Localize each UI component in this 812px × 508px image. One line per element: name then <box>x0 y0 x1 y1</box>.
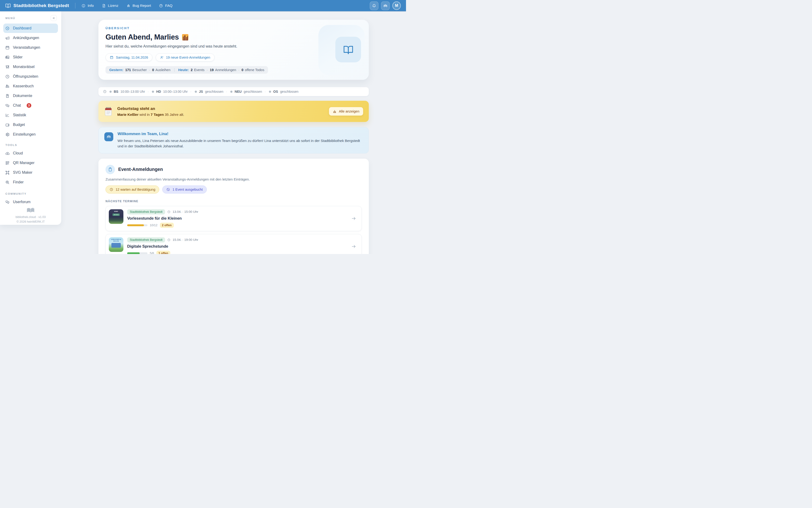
sidebar-item-label: Kassenbuch <box>13 84 34 88</box>
puzzle-icon <box>5 65 10 69</box>
welcome-body: Wir freuen uns, Lina Petersen als neue A… <box>118 138 363 149</box>
new-signups-chip[interactable]: 19 neue Event-Anmeldungen <box>156 53 214 61</box>
notifications-button[interactable] <box>370 1 378 10</box>
event-row-digitale-sprechstunde[interactable]: VORLESEN & MALEN Stadtbibliothek Bergste… <box>106 234 362 254</box>
event-title: Vorlesestunde für die Kleinen <box>127 216 198 221</box>
branch-hours: geschlossen <box>280 90 298 93</box>
sidebar-item-statistik[interactable]: Statistik <box>3 111 58 120</box>
event-thumbnail: KINO 08.09.25 <box>109 209 123 224</box>
dot-separator: · <box>149 68 150 72</box>
yesterday-label: Gestern: <box>109 68 123 72</box>
sidebar-item-svg-maker[interactable]: SVG Maker <box>3 168 58 177</box>
signups-unit: Anmeldungen <box>215 68 236 72</box>
greeting-text: Guten Abend, Marlies <box>106 33 179 41</box>
help-icon <box>159 4 163 8</box>
sidebar-item-cloud[interactable]: Cloud <box>3 149 58 158</box>
clock-icon <box>167 238 170 242</box>
info-icon <box>81 4 85 8</box>
sidebar-item-finder[interactable]: Finder <box>3 177 58 187</box>
sidebar-menu: Dashboard Ankündigungen Veranstaltungen … <box>0 23 61 139</box>
sidebar-item-label: SVG Maker <box>13 170 33 175</box>
sidebar-collapse-button[interactable] <box>51 15 57 21</box>
chart-icon <box>5 113 10 118</box>
copyright-text: © 2026 heinWERK.IT <box>16 220 45 224</box>
events-section-subtitle: Zusammenfassung deiner aktuellen Veranst… <box>106 177 362 181</box>
app-title: Stadtbibliothek Bergstedt <box>13 3 69 8</box>
event-row-vorlesestunde[interactable]: KINO 08.09.25 Stadtbibliothek Bergstedt … <box>106 206 362 231</box>
branch-code: OS <box>273 90 278 93</box>
branch-code: JS <box>199 90 203 93</box>
sidebar-item-dashboard[interactable]: Dashboard <box>3 24 58 33</box>
clock-icon <box>5 74 10 79</box>
sidebar-item-veranstaltungen[interactable]: Veranstaltungen <box>3 43 58 52</box>
open-spots-label: 2 offen <box>162 224 172 227</box>
sidebar-item-label: Budget <box>13 123 25 127</box>
event-title: Digitale Sprechstunde <box>127 244 198 249</box>
capacity-count: 5/8 <box>150 251 154 254</box>
vector-square-icon <box>5 170 10 175</box>
sidebar-item-oeffnungszeiten[interactable]: Öffnungszeiten <box>3 72 58 81</box>
menu-section-label: MENÜ <box>5 17 15 19</box>
progress-fill <box>127 252 140 254</box>
sidebar-item-slider[interactable]: Slider <box>3 52 58 62</box>
open-spots-badge: 1 offen <box>156 251 170 254</box>
pending-confirmations-label: 12 warten auf Bestätigung <box>116 187 155 192</box>
sidebar-item-einstellungen[interactable]: Einstellungen <box>3 130 58 139</box>
event-datetime: 13.04. · 15:00 Uhr <box>173 210 198 213</box>
dot-separator: · <box>207 68 208 72</box>
sidebar-item-qr-manager[interactable]: QR Manager <box>3 158 58 168</box>
license-icon <box>102 4 106 8</box>
show-all-birthdays-button[interactable]: Alle anzeigen <box>329 107 363 116</box>
nav-lizenz[interactable]: Lizenz <box>102 4 118 8</box>
sidebar-item-label: Ankündigungen <box>13 36 39 40</box>
megaphone-icon <box>5 36 10 40</box>
branch-hours: 10:00–13:00 Uhr <box>163 90 188 93</box>
show-all-birthdays-label: Alle anzeigen <box>339 110 359 113</box>
bibliothek-cloud-logo <box>26 207 35 213</box>
sidebar-footer: bibliothek.cloud · v1.03 © 2026 heinWERK… <box>0 207 61 227</box>
nav-lizenz-label: Lizenz <box>108 4 118 8</box>
dashboard-icon <box>5 26 10 31</box>
loans-count: 0 <box>152 68 154 72</box>
ban-icon <box>166 187 170 192</box>
nav-faq[interactable]: FAQ <box>159 4 172 8</box>
events-header: Event-Anmeldungen <box>106 165 362 174</box>
birthday-person: Marie Keßler <box>117 113 138 117</box>
sidebar-item-kassenbuch[interactable]: Kassenbuch <box>3 81 58 91</box>
status-dot <box>152 91 154 93</box>
birthday-days: 7 Tagen <box>151 113 164 117</box>
sidebar-item-label: Einstellungen <box>13 132 36 136</box>
date-chip-label: Samstag, 11.04.2026 <box>116 55 148 59</box>
clock-icon <box>110 187 113 192</box>
event-registrations-card: Event-Anmeldungen Zusammenfassung deiner… <box>98 159 369 254</box>
clock-icon <box>103 90 107 93</box>
sidebar-item-ankuendigungen[interactable]: Ankündigungen <box>3 33 58 43</box>
bell-icon <box>372 4 376 8</box>
branch-code: HD <box>156 90 161 93</box>
events-count: 2 <box>191 68 193 72</box>
event-info: Stadtbibliothek Bergstedt 13.04. · 15:00… <box>127 209 198 228</box>
sidebar-item-chat[interactable]: Chat 3 <box>3 101 58 110</box>
visitors-count: 171 <box>125 68 131 72</box>
sidebar-item-label: Dokumente <box>13 94 32 98</box>
document-icon <box>5 94 10 98</box>
date-chip[interactable]: Samstag, 11.04.2026 <box>106 53 152 61</box>
team-button[interactable] <box>381 1 390 10</box>
users-icon <box>383 4 388 8</box>
nav-info[interactable]: Info <box>81 4 94 8</box>
next-dates-label: NÄCHSTE TERMINE <box>106 200 362 203</box>
bug-icon <box>126 4 130 8</box>
avatar[interactable]: M <box>392 1 401 10</box>
sidebar-community: Userforum <box>0 197 61 207</box>
sidebar-item-monatsraetsel[interactable]: Monatsrätsel <box>3 62 58 72</box>
sidebar-item-dokumente[interactable]: Dokumente <box>3 91 58 100</box>
nav-bug-report-label: Bug Report <box>132 4 151 8</box>
org-badge: Stadtbibliothek Bergstedt <box>127 209 165 214</box>
birthday-text: Geburtstag steht an Marie Keßler wird in… <box>117 107 184 117</box>
sidebar-item-label: Öffnungszeiten <box>13 74 38 79</box>
nav-bug-report[interactable]: Bug Report <box>126 4 151 8</box>
sidebar-item-userforum[interactable]: Userforum <box>3 197 58 207</box>
sidebar-item-budget[interactable]: Budget <box>3 120 58 129</box>
calendar-icon <box>5 45 10 50</box>
progress-fill <box>127 224 144 226</box>
